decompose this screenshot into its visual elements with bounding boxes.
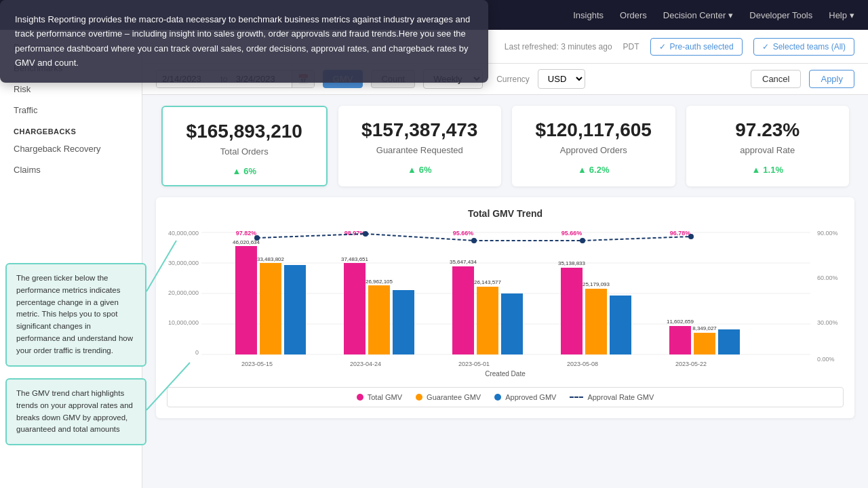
svg-text:95.66%: 95.66% (561, 230, 583, 237)
currency-select[interactable]: USD EUR (538, 69, 585, 89)
legend-label-guarantee: Guarantee GMV (427, 393, 481, 401)
svg-text:33,483,802: 33,483,802 (257, 256, 285, 262)
legend-dot-total (357, 394, 363, 401)
legend-label-approved: Approved GMV (505, 393, 556, 401)
approved-label: Approved Orders (526, 145, 662, 155)
svg-text:35,647,434: 35,647,434 (450, 259, 477, 265)
bar-guarantee-4 (585, 289, 607, 354)
bar-total-2 (344, 263, 366, 354)
bar-guarantee-3 (477, 287, 498, 354)
nav-orders[interactable]: Orders (620, 10, 647, 20)
bar-approved-3 (501, 293, 523, 354)
intro-tooltip: Insights Reporting provides the macro-da… (0, 0, 488, 83)
bar-approved-5 (718, 329, 740, 354)
svg-text:26,143,577: 26,143,577 (474, 279, 502, 285)
svg-text:2023-05-22: 2023-05-22 (675, 361, 707, 367)
bar-guarantee-2 (368, 285, 390, 354)
chart-container: 40,000,000 30,000,000 20,000,000 10,000,… (167, 226, 844, 382)
svg-text:35,138,833: 35,138,833 (558, 260, 586, 266)
svg-text:30.00%: 30.00% (817, 319, 838, 326)
svg-text:97.82%: 97.82% (236, 230, 257, 237)
timezone-label: PDT (623, 42, 639, 52)
rate-dot-3 (471, 238, 477, 243)
legend-dot-approved (494, 394, 501, 401)
sidebar-section-chargebacks: Chargebacks (0, 121, 142, 138)
svg-text:2023-05-08: 2023-05-08 (567, 361, 598, 367)
arrow-up-icon: ▲ (751, 165, 760, 175)
svg-text:0: 0 (195, 349, 199, 356)
svg-text:40,000,000: 40,000,000 (168, 230, 199, 237)
svg-text:0.00%: 0.00% (817, 356, 835, 363)
gmv-trend-chart: 40,000,000 30,000,000 20,000,000 10,000,… (167, 226, 844, 382)
sidebar-item-claims[interactable]: Claims (0, 159, 142, 180)
total-orders-label: Total Orders (176, 146, 313, 157)
kpi-card-guarantee: $157,387,473 Guarantee Requested ▲ 6% (338, 106, 502, 186)
arrow-up-icon: ▲ (232, 166, 241, 176)
svg-text:96.78%: 96.78% (670, 230, 691, 237)
gmv-trend-tooltip: The GMV trend chart highlights trends on… (5, 378, 146, 445)
apply-button[interactable]: Apply (809, 70, 854, 88)
sidebar-item-traffic[interactable]: Traffic (0, 100, 142, 121)
chart-legend: Total GMV Guarantee GMV Approved GMV App… (167, 387, 844, 407)
bar-approved-2 (393, 290, 414, 354)
kpi-row: $165,893,210 Total Orders ▲ 6% $157,387,… (142, 95, 868, 197)
svg-text:90.00%: 90.00% (817, 230, 838, 237)
bar-total-4 (561, 268, 583, 354)
approved-change: ▲ 6.2% (578, 165, 610, 175)
chevron-down-icon: ▾ (850, 10, 854, 20)
approved-value: $120,117,605 (526, 119, 662, 141)
svg-text:2023-05-01: 2023-05-01 (458, 361, 490, 367)
chart-area: Total GMV Trend 40,000,000 30,000,000 20… (156, 197, 854, 418)
rate-dot-2 (363, 231, 368, 237)
approval-rate-change: ▲ 1.1% (751, 165, 783, 175)
check-icon: ✓ (762, 42, 769, 52)
total-orders-value: $165,893,210 (176, 121, 313, 142)
cancel-button[interactable]: Cancel (751, 70, 801, 88)
rate-dot-5 (688, 234, 694, 239)
approval-rate-value: 97.23% (700, 119, 836, 141)
legend-approved-gmv: Approved GMV (494, 393, 556, 401)
nav-insights[interactable]: Insights (573, 10, 604, 20)
nav-help[interactable]: Help ▾ (829, 10, 854, 20)
bar-total-1 (235, 246, 257, 354)
rate-dot-4 (580, 238, 585, 243)
guarantee-label: Guarantee Requested (352, 145, 488, 155)
bar-total-5 (669, 326, 691, 354)
arrow-up-icon: ▲ (408, 165, 416, 175)
svg-text:2023-05-15: 2023-05-15 (241, 361, 273, 367)
bar-approved-1 (284, 265, 306, 354)
svg-text:20,000,000: 20,000,000 (168, 289, 199, 296)
gmv-trend-text: The GMV trend chart highlights trends on… (16, 389, 133, 433)
bar-approved-4 (610, 296, 631, 354)
green-ticker-tooltip: The green ticker below the performance m… (5, 263, 146, 367)
guarantee-value: $157,387,473 (352, 119, 488, 141)
green-ticker-text: The green ticker below the performance m… (16, 274, 133, 354)
rate-dot-1 (254, 235, 260, 241)
legend-label-rate: Approval Rate GMV (587, 393, 654, 401)
selected-teams-button[interactable]: ✓ Selected teams (All) (753, 38, 854, 56)
svg-text:37,483,651: 37,483,651 (341, 256, 369, 262)
svg-text:11,602,659: 11,602,659 (667, 319, 694, 325)
svg-text:8,349,027: 8,349,027 (692, 325, 717, 331)
svg-text:26,962,105: 26,962,105 (366, 279, 393, 285)
svg-text:25,179,093: 25,179,093 (583, 281, 610, 287)
total-orders-change: ▲ 6% (232, 166, 256, 176)
nav-items: Insights Orders Decision Center ▾ Develo… (573, 10, 854, 20)
bar-guarantee-5 (694, 333, 715, 354)
svg-text:2023-04-24: 2023-04-24 (350, 361, 381, 367)
intro-tooltip-text: Insights Reporting provides the macro-da… (15, 14, 470, 68)
chart-title: Total GMV Trend (167, 208, 844, 219)
chevron-down-icon: ▾ (728, 10, 733, 20)
legend-approval-rate: Approval Rate GMV (570, 393, 654, 401)
svg-text:10,000,000: 10,000,000 (168, 319, 199, 326)
bar-total-3 (452, 266, 474, 354)
legend-dot-guarantee (416, 394, 422, 401)
refresh-text: Last refreshed: 3 minutes ago (505, 42, 612, 52)
approval-rate-label: approval Rate (700, 145, 836, 155)
svg-text:60.00%: 60.00% (817, 274, 838, 281)
nav-decision-center[interactable]: Decision Center ▾ (663, 10, 734, 20)
sidebar-item-chargeback-recovery[interactable]: Chargeback Recovery (0, 138, 142, 159)
preauth-button[interactable]: ✓ Pre-auth selected (650, 38, 743, 56)
check-icon: ✓ (659, 42, 666, 52)
nav-developer-tools[interactable]: Developer Tools (749, 10, 812, 20)
